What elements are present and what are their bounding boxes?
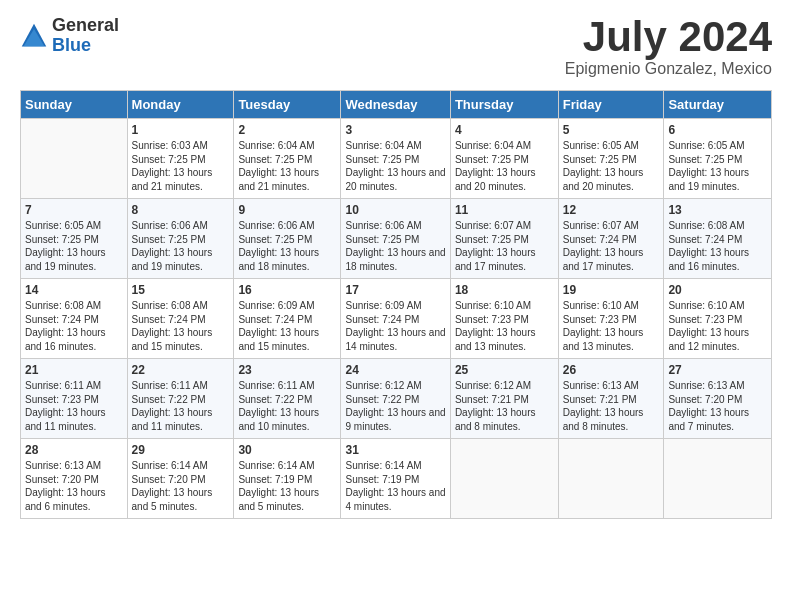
calendar-cell: 19Sunrise: 6:10 AMSunset: 7:23 PMDayligh…	[558, 279, 664, 359]
day-info: Sunrise: 6:05 AMSunset: 7:25 PMDaylight:…	[563, 139, 660, 193]
calendar-cell: 12Sunrise: 6:07 AMSunset: 7:24 PMDayligh…	[558, 199, 664, 279]
day-number: 20	[668, 283, 767, 297]
day-info: Sunrise: 6:04 AMSunset: 7:25 PMDaylight:…	[345, 139, 445, 193]
day-info: Sunrise: 6:11 AMSunset: 7:22 PMDaylight:…	[238, 379, 336, 433]
day-number: 6	[668, 123, 767, 137]
day-info: Sunrise: 6:05 AMSunset: 7:25 PMDaylight:…	[668, 139, 767, 193]
day-number: 22	[132, 363, 230, 377]
calendar-cell: 15Sunrise: 6:08 AMSunset: 7:24 PMDayligh…	[127, 279, 234, 359]
location-subtitle: Epigmenio Gonzalez, Mexico	[565, 60, 772, 78]
day-info: Sunrise: 6:10 AMSunset: 7:23 PMDaylight:…	[668, 299, 767, 353]
day-of-week-header: Saturday	[664, 91, 772, 119]
day-number: 28	[25, 443, 123, 457]
day-info: Sunrise: 6:14 AMSunset: 7:20 PMDaylight:…	[132, 459, 230, 513]
page-header: General Blue July 2024 Epigmenio Gonzale…	[20, 16, 772, 78]
day-number: 25	[455, 363, 554, 377]
day-info: Sunrise: 6:12 AMSunset: 7:21 PMDaylight:…	[455, 379, 554, 433]
day-number: 23	[238, 363, 336, 377]
calendar-cell: 11Sunrise: 6:07 AMSunset: 7:25 PMDayligh…	[450, 199, 558, 279]
month-title: July 2024	[565, 16, 772, 58]
day-info: Sunrise: 6:04 AMSunset: 7:25 PMDaylight:…	[238, 139, 336, 193]
calendar-cell: 29Sunrise: 6:14 AMSunset: 7:20 PMDayligh…	[127, 439, 234, 519]
logo-general-text: General	[52, 16, 119, 36]
day-info: Sunrise: 6:06 AMSunset: 7:25 PMDaylight:…	[238, 219, 336, 273]
day-info: Sunrise: 6:05 AMSunset: 7:25 PMDaylight:…	[25, 219, 123, 273]
calendar-cell: 30Sunrise: 6:14 AMSunset: 7:19 PMDayligh…	[234, 439, 341, 519]
day-number: 10	[345, 203, 445, 217]
calendar-cell: 20Sunrise: 6:10 AMSunset: 7:23 PMDayligh…	[664, 279, 772, 359]
calendar-cell: 8Sunrise: 6:06 AMSunset: 7:25 PMDaylight…	[127, 199, 234, 279]
day-info: Sunrise: 6:08 AMSunset: 7:24 PMDaylight:…	[25, 299, 123, 353]
day-info: Sunrise: 6:08 AMSunset: 7:24 PMDaylight:…	[132, 299, 230, 353]
logo-icon	[20, 22, 48, 50]
day-info: Sunrise: 6:13 AMSunset: 7:20 PMDaylight:…	[25, 459, 123, 513]
day-info: Sunrise: 6:07 AMSunset: 7:25 PMDaylight:…	[455, 219, 554, 273]
calendar-cell	[558, 439, 664, 519]
calendar-table: SundayMondayTuesdayWednesdayThursdayFrid…	[20, 90, 772, 519]
day-number: 14	[25, 283, 123, 297]
day-info: Sunrise: 6:14 AMSunset: 7:19 PMDaylight:…	[345, 459, 445, 513]
day-info: Sunrise: 6:13 AMSunset: 7:21 PMDaylight:…	[563, 379, 660, 433]
day-number: 9	[238, 203, 336, 217]
calendar-cell	[21, 119, 128, 199]
calendar-cell: 4Sunrise: 6:04 AMSunset: 7:25 PMDaylight…	[450, 119, 558, 199]
day-number: 4	[455, 123, 554, 137]
day-number: 24	[345, 363, 445, 377]
day-number: 16	[238, 283, 336, 297]
day-of-week-header: Thursday	[450, 91, 558, 119]
calendar-cell: 22Sunrise: 6:11 AMSunset: 7:22 PMDayligh…	[127, 359, 234, 439]
calendar-cell: 25Sunrise: 6:12 AMSunset: 7:21 PMDayligh…	[450, 359, 558, 439]
day-info: Sunrise: 6:14 AMSunset: 7:19 PMDaylight:…	[238, 459, 336, 513]
day-number: 13	[668, 203, 767, 217]
calendar-cell: 5Sunrise: 6:05 AMSunset: 7:25 PMDaylight…	[558, 119, 664, 199]
day-of-week-header: Wednesday	[341, 91, 450, 119]
day-of-week-header: Monday	[127, 91, 234, 119]
calendar-cell: 23Sunrise: 6:11 AMSunset: 7:22 PMDayligh…	[234, 359, 341, 439]
title-block: July 2024 Epigmenio Gonzalez, Mexico	[565, 16, 772, 78]
day-info: Sunrise: 6:09 AMSunset: 7:24 PMDaylight:…	[238, 299, 336, 353]
calendar-week-row: 7Sunrise: 6:05 AMSunset: 7:25 PMDaylight…	[21, 199, 772, 279]
day-info: Sunrise: 6:12 AMSunset: 7:22 PMDaylight:…	[345, 379, 445, 433]
calendar-cell: 26Sunrise: 6:13 AMSunset: 7:21 PMDayligh…	[558, 359, 664, 439]
calendar-cell	[664, 439, 772, 519]
logo-blue-text: Blue	[52, 36, 119, 56]
calendar-cell: 7Sunrise: 6:05 AMSunset: 7:25 PMDaylight…	[21, 199, 128, 279]
day-of-week-header: Friday	[558, 91, 664, 119]
calendar-cell: 24Sunrise: 6:12 AMSunset: 7:22 PMDayligh…	[341, 359, 450, 439]
day-number: 5	[563, 123, 660, 137]
day-number: 26	[563, 363, 660, 377]
calendar-week-row: 21Sunrise: 6:11 AMSunset: 7:23 PMDayligh…	[21, 359, 772, 439]
day-number: 27	[668, 363, 767, 377]
calendar-cell: 31Sunrise: 6:14 AMSunset: 7:19 PMDayligh…	[341, 439, 450, 519]
calendar-cell: 6Sunrise: 6:05 AMSunset: 7:25 PMDaylight…	[664, 119, 772, 199]
day-info: Sunrise: 6:11 AMSunset: 7:22 PMDaylight:…	[132, 379, 230, 433]
day-number: 30	[238, 443, 336, 457]
calendar-cell: 28Sunrise: 6:13 AMSunset: 7:20 PMDayligh…	[21, 439, 128, 519]
calendar-week-row: 28Sunrise: 6:13 AMSunset: 7:20 PMDayligh…	[21, 439, 772, 519]
calendar-cell	[450, 439, 558, 519]
day-number: 15	[132, 283, 230, 297]
day-number: 2	[238, 123, 336, 137]
day-info: Sunrise: 6:13 AMSunset: 7:20 PMDaylight:…	[668, 379, 767, 433]
day-number: 17	[345, 283, 445, 297]
calendar-cell: 10Sunrise: 6:06 AMSunset: 7:25 PMDayligh…	[341, 199, 450, 279]
day-number: 7	[25, 203, 123, 217]
calendar-week-row: 14Sunrise: 6:08 AMSunset: 7:24 PMDayligh…	[21, 279, 772, 359]
calendar-cell: 18Sunrise: 6:10 AMSunset: 7:23 PMDayligh…	[450, 279, 558, 359]
day-number: 8	[132, 203, 230, 217]
calendar-cell: 9Sunrise: 6:06 AMSunset: 7:25 PMDaylight…	[234, 199, 341, 279]
logo: General Blue	[20, 16, 119, 56]
day-info: Sunrise: 6:04 AMSunset: 7:25 PMDaylight:…	[455, 139, 554, 193]
calendar-cell: 1Sunrise: 6:03 AMSunset: 7:25 PMDaylight…	[127, 119, 234, 199]
day-number: 21	[25, 363, 123, 377]
day-of-week-header: Tuesday	[234, 91, 341, 119]
day-info: Sunrise: 6:06 AMSunset: 7:25 PMDaylight:…	[345, 219, 445, 273]
day-number: 19	[563, 283, 660, 297]
day-info: Sunrise: 6:07 AMSunset: 7:24 PMDaylight:…	[563, 219, 660, 273]
day-number: 29	[132, 443, 230, 457]
day-number: 31	[345, 443, 445, 457]
day-number: 11	[455, 203, 554, 217]
calendar-header-row: SundayMondayTuesdayWednesdayThursdayFrid…	[21, 91, 772, 119]
calendar-cell: 2Sunrise: 6:04 AMSunset: 7:25 PMDaylight…	[234, 119, 341, 199]
day-number: 18	[455, 283, 554, 297]
